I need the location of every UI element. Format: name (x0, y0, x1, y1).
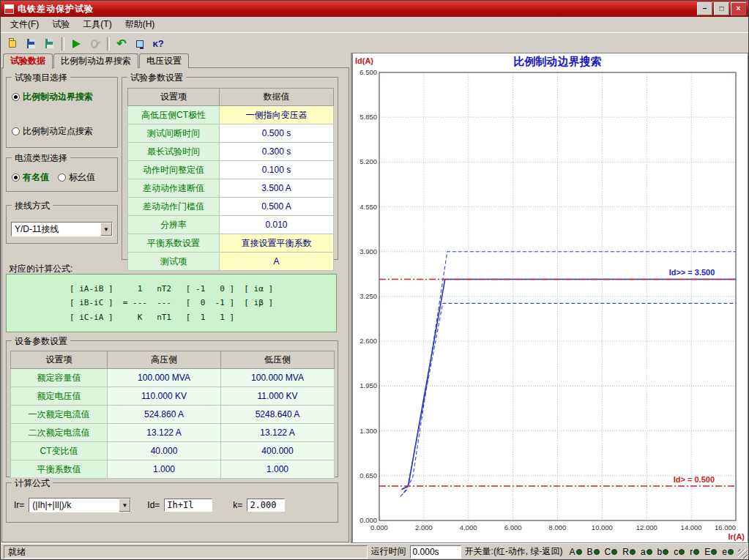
device-param-value[interactable]: 400.000 (221, 442, 335, 460)
tab-test-data[interactable]: 试验数据 (3, 53, 53, 69)
device-param-value[interactable]: 40.000 (108, 442, 221, 460)
tab-voltage-settings[interactable]: 电压设置 (139, 53, 189, 68)
device-param-label: 一次额定电流值 (11, 406, 108, 424)
start-button[interactable] (67, 35, 85, 52)
export-button[interactable] (40, 35, 58, 52)
y-tick-label: 0.000 (359, 516, 377, 524)
formula-text: [ iA-iB ] 1 nT2 [ -1 0 ] [ iα ] [ iB-iC … (70, 282, 273, 324)
maximize-button[interactable]: □ (714, 2, 729, 15)
test-param-row: 最长试验时间0.300 s (128, 143, 334, 161)
indicator-dot (594, 549, 600, 555)
chevron-down-icon[interactable]: ▼ (119, 499, 130, 512)
toolbar (1, 33, 748, 55)
chevron-down-icon[interactable]: ▼ (100, 223, 112, 236)
device-param-value[interactable]: 1.000 (108, 460, 221, 479)
indicator-letter: r (690, 547, 693, 557)
param-value[interactable]: 直接设置平衡系数 (220, 234, 334, 253)
indicator-dot (611, 549, 617, 555)
menu-item-file[interactable]: 文件(F) (4, 17, 45, 32)
threshold-label-0: Id>> = 3.500 (669, 268, 715, 277)
device-param-row: 额定容量值100.000 MVA100.000 MVA (11, 369, 335, 387)
device-param-value[interactable]: 11.000 KV (221, 387, 335, 406)
param-value[interactable]: 3.500 A (220, 179, 334, 198)
radio-per-unit-value[interactable]: 标幺值 (58, 171, 95, 184)
param-value[interactable]: 一侧指向变压器 (220, 106, 334, 124)
radio-icon (12, 93, 20, 101)
device-params-header-row: 设置项高压侧低压侧 (11, 351, 335, 369)
toolbar-separator (107, 37, 110, 51)
indicator-dot (646, 549, 652, 555)
resize-grip[interactable] (738, 549, 748, 559)
menu-item-tools[interactable]: 工具(T) (76, 17, 118, 32)
param-label: 动作时间整定值 (128, 161, 220, 179)
param-value[interactable]: 0.500 A (220, 198, 334, 216)
device-param-row: 额定电压值110.000 KV11.000 KV (11, 387, 335, 406)
ir-formula-select[interactable]: (|Ih|+|Il|)/k ▼ (29, 498, 131, 512)
param-value[interactable]: 0.300 s (220, 143, 334, 161)
status-ready: 就绪 (4, 545, 368, 559)
device-param-row: 一次额定电流值524.860 A5248.640 A (11, 406, 335, 424)
device-param-value[interactable]: 100.000 MVA (221, 369, 335, 387)
device-param-value[interactable]: 524.860 A (108, 406, 221, 424)
window-title: 电铁差动保护试验 (18, 3, 696, 15)
status-indicator-e: e (722, 547, 734, 557)
test-param-row: 平衡系数设置直接设置平衡系数 (128, 234, 334, 253)
device-params-table: 设置项高压侧低压侧额定容量值100.000 MVA100.000 MVA额定电压… (10, 351, 335, 479)
test-params-header-0: 设置项 (128, 89, 220, 106)
device-param-value[interactable]: 13.122 A (108, 424, 221, 442)
help-button[interactable] (149, 35, 167, 52)
device-param-value[interactable]: 110.000 KV (108, 387, 221, 406)
close-button[interactable]: × (731, 2, 746, 15)
menu-item-test[interactable]: 试验 (45, 17, 76, 32)
k-value-input[interactable] (247, 499, 285, 512)
indicator-letter: A (570, 547, 575, 557)
status-indicator-B: B (587, 547, 600, 557)
status-indicator-b: b (657, 547, 669, 557)
status-bar: 就绪 运行时间 0.000s 开关量:(红-动作, 绿-返回) ABCRabcr… (1, 543, 748, 559)
y-tick-label: 3.900 (359, 247, 377, 255)
param-value[interactable]: 0.500 s (220, 124, 334, 143)
group-legend: 计算公式 (12, 477, 53, 490)
monitor-button[interactable] (131, 35, 149, 52)
device-params-header-0: 设置项 (11, 351, 108, 369)
x-tick-label: 12.000 (636, 523, 657, 531)
param-value[interactable]: 0.100 s (220, 161, 334, 179)
device-params-header-2: 低压侧 (221, 351, 335, 369)
param-value[interactable]: A (220, 253, 334, 271)
param-value[interactable]: 0.010 (220, 216, 334, 234)
minimize-button[interactable]: – (697, 2, 712, 15)
test-param-row: 分辨率0.010 (128, 216, 334, 234)
save-button[interactable] (22, 35, 40, 52)
help-icon (152, 38, 163, 49)
status-indicator-a: a (641, 547, 652, 557)
y-tick-label: 1.950 (359, 381, 377, 389)
test-param-row: 差动动作速断值3.500 A (128, 179, 334, 198)
radio-ratio-fixed-search[interactable]: 比例制动定点搜索 (12, 125, 112, 138)
radio-named-value[interactable]: 有名值 (12, 171, 49, 184)
y-tick-label: 5.850 (359, 113, 377, 121)
open-button[interactable] (4, 35, 21, 52)
status-indicator-r: r (690, 547, 699, 557)
group-legend: 接线方式 (12, 200, 53, 212)
undo-button[interactable] (113, 35, 130, 52)
device-param-value[interactable]: 5248.640 A (221, 406, 335, 424)
device-param-value[interactable]: 100.000 MVA (108, 369, 221, 387)
main-area: 试验数据比例制动边界搜索电压设置 试验项目选择 比例制动边界搜索比例制动定点搜索… (1, 53, 748, 543)
x-tick-label: 16.000 (715, 523, 736, 531)
radio-ratio-boundary-search[interactable]: 比例制动边界搜索 (12, 91, 112, 103)
test-params-header-1: 数据值 (220, 89, 334, 106)
test-item-radio-group: 比例制动边界搜索比例制动定点搜索 (7, 78, 117, 138)
device-param-value[interactable]: 13.122 A (221, 424, 335, 442)
id-formula-input[interactable] (164, 499, 212, 512)
wiring-select[interactable]: Y/D-11接线 ▼ (11, 222, 113, 236)
runtime-value: 0.000s (410, 545, 461, 559)
group-wiring-mode: 接线方式 Y/D-11接线 ▼ (6, 205, 118, 244)
toolbar-separator (62, 37, 64, 51)
open-icon (9, 40, 16, 48)
indicator-letter: B (587, 547, 593, 557)
tab-boundary-search[interactable]: 比例制动边界搜索 (53, 53, 138, 68)
device-param-value[interactable]: 1.000 (221, 460, 335, 479)
radio-named-value-label: 有名值 (23, 171, 49, 184)
menu-item-help[interactable]: 帮助(H) (119, 17, 162, 32)
param-label: 测试间断时间 (128, 124, 220, 143)
